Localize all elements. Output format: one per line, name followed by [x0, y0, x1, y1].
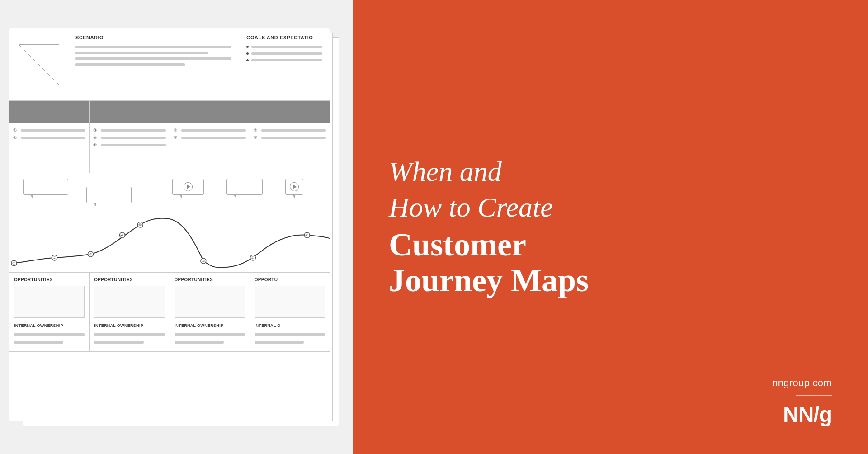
scenario-line [75, 52, 208, 54]
scenario-line [75, 63, 185, 66]
action-num: ② [13, 135, 19, 140]
speech-bubble-3 [172, 179, 204, 195]
goals-box: GOALS AND EXPECTATIO [239, 28, 330, 100]
persona-image [19, 44, 59, 85]
goals-label: GOALS AND EXPECTATIO [246, 35, 322, 40]
headline-bold-2: Journey Maps [389, 263, 832, 298]
phase-cell [170, 101, 250, 123]
bottom-line [14, 333, 85, 336]
headline-line-1: When and [389, 156, 832, 188]
bottom-lines [175, 333, 245, 347]
persona-box [9, 28, 68, 100]
action-line [101, 129, 165, 132]
action-item: ① [13, 128, 85, 132]
action-num: ① [13, 128, 19, 132]
action-cell: ⑥ ⑦ [170, 123, 250, 173]
bullet-line [251, 59, 322, 61]
actions-row: ① ② ③ ④ [9, 123, 330, 173]
opp-cell: OPPORTUNITIES INTERNAL OWNERSHIP [90, 273, 170, 351]
svg-text:③: ③ [89, 252, 92, 256]
bullet-dot [246, 52, 249, 55]
scenario-line [75, 46, 231, 48]
svg-text:④: ④ [120, 233, 123, 237]
internal-ownership-label: INTERNAL OWNERSHIP [14, 323, 85, 328]
action-num: ③ [93, 128, 99, 132]
phase-cell [9, 101, 90, 123]
internal-ownership-label: INTERNAL O [255, 323, 325, 328]
brand-block: nngroup.com NN/g [772, 377, 832, 427]
action-num: ⑦ [174, 135, 179, 140]
action-line [181, 129, 246, 132]
internal-ownership-label: INTERNAL OWNERSHIP [175, 323, 245, 328]
svg-text:⑧: ⑧ [305, 233, 308, 237]
action-num: ④ [93, 135, 99, 140]
bottom-line [14, 341, 63, 344]
headline-line-2: How to Create [389, 191, 832, 223]
bullet-item [246, 46, 322, 48]
svg-text:①: ① [12, 261, 15, 265]
scenario-label: SCENARIO [75, 35, 231, 40]
opp-label: OPPORTUNITIES [14, 277, 85, 282]
svg-text:⑦: ⑦ [251, 256, 254, 260]
headline-container: When and How to Create Customer Journey … [389, 156, 832, 299]
action-num: ⑨ [254, 135, 259, 140]
wireframe-container: SCENARIO GOALS AND EXPECTATIO [9, 28, 344, 444]
bullet-dot [246, 59, 249, 61]
opp-label: OPPORTU [255, 277, 325, 282]
action-item: ② [13, 135, 85, 140]
brand-divider [796, 395, 832, 396]
action-line [261, 137, 326, 139]
bottom-line [175, 333, 245, 336]
action-line [101, 137, 165, 139]
action-item: ④ [93, 135, 165, 140]
action-cell: ⑧ ⑨ [250, 123, 330, 173]
phases-row [9, 101, 330, 123]
opp-cell: OPPORTUNITIES INTERNAL OWNERSHIP [170, 273, 250, 351]
bottom-line [255, 333, 325, 336]
brand-url: nngroup.com [772, 377, 832, 389]
bottom-line [255, 341, 304, 344]
action-line [101, 144, 165, 146]
scenario-box: SCENARIO [68, 28, 239, 100]
opp-cell: OPPORTU INTERNAL O [250, 273, 330, 351]
bullet-line [251, 52, 322, 55]
svg-text:②: ② [53, 256, 56, 260]
headline-bold-1: Customer [389, 227, 832, 263]
thoughts-row: ① ② ③ ④ ⑤ ⑥ ⑦ ⑧ [9, 173, 330, 273]
play-icon [184, 182, 193, 191]
opp-label: OPPORTUNITIES [94, 277, 165, 282]
action-num: ⑥ [174, 128, 179, 132]
svg-text:⑥: ⑥ [202, 259, 205, 263]
speech-bubble-2 [86, 187, 132, 203]
top-section: SCENARIO GOALS AND EXPECTATIO [9, 28, 330, 101]
bullet-dot [246, 46, 249, 48]
opp-inner [14, 286, 85, 318]
speech-bubble-1 [23, 179, 68, 195]
action-item: ⑨ [254, 135, 326, 140]
action-item: ⑤ [93, 142, 165, 147]
bottom-line [94, 341, 143, 344]
speech-bubble-4 [226, 179, 263, 195]
opp-label: OPPORTUNITIES [175, 277, 245, 282]
action-cell: ③ ④ ⑤ [90, 123, 170, 173]
opp-inner [255, 286, 325, 318]
action-line [21, 129, 85, 132]
internal-ownership-label: INTERNAL OWNERSHIP [94, 323, 165, 328]
bottom-lines [94, 333, 165, 347]
phase-cell [250, 101, 330, 123]
opp-inner [94, 286, 165, 318]
action-item: ⑦ [174, 135, 246, 140]
bottom-line [94, 333, 165, 336]
bottom-line [175, 341, 224, 344]
emotion-curve: ① ② ③ ④ ⑤ ⑥ ⑦ ⑧ [9, 209, 330, 272]
action-item: ⑧ [254, 128, 326, 132]
action-item: ③ [93, 128, 165, 132]
scenario-line [75, 57, 231, 60]
bullet-item [246, 59, 322, 61]
action-line [181, 137, 246, 139]
phase-cell [90, 101, 170, 123]
right-panel: When and How to Create Customer Journey … [353, 0, 868, 454]
opp-inner [175, 286, 245, 318]
action-cell: ① ② [9, 123, 90, 173]
opportunities-row: OPPORTUNITIES INTERNAL OWNERSHIP OPPORTU… [9, 273, 330, 352]
